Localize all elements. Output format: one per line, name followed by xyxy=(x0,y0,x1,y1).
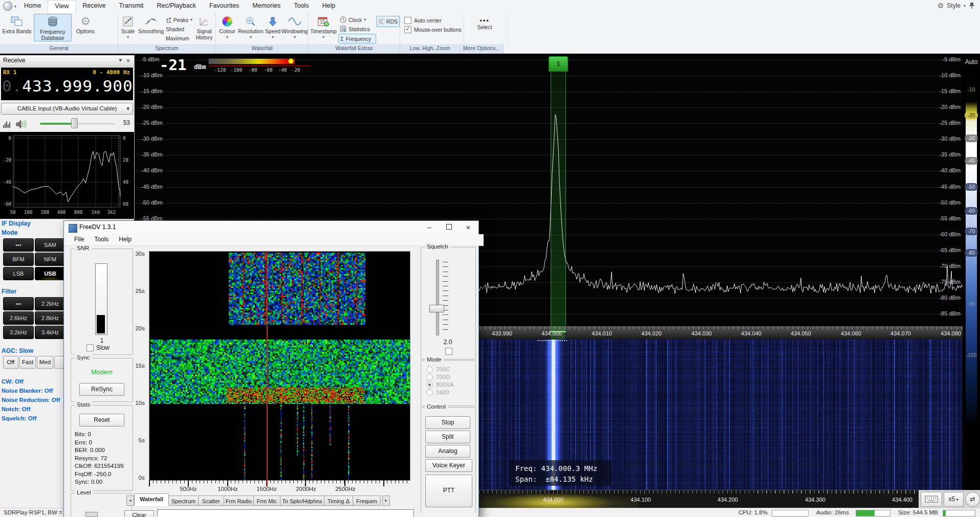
level-slider-handle[interactable] xyxy=(85,512,98,517)
palette-scale-marker[interactable]: -60 xyxy=(963,207,980,215)
statistics-button[interactable]: 9 Statistics xyxy=(338,25,376,33)
filter-button-2-8khz[interactable]: 2.8kHz xyxy=(35,311,66,325)
ribbon-tab-tools[interactable]: Tools xyxy=(287,0,315,13)
palette-scale-marker[interactable]: -90 xyxy=(963,300,980,308)
control-button-stop[interactable]: Stop xyxy=(425,416,470,429)
palette-scale-marker[interactable]: -80 xyxy=(963,249,980,257)
palette-gradient-bar[interactable] xyxy=(966,70,977,474)
mouse-over-buttons-checkbox[interactable]: Mouse-over buttons xyxy=(404,25,462,34)
control-button-voice-keyer[interactable]: Voice Keyer xyxy=(425,459,472,472)
mode-button-sam[interactable]: SAM xyxy=(35,238,66,252)
ribbon-tab-receive[interactable]: Receive xyxy=(76,0,112,13)
span-reset-button[interactable]: ⇄ xyxy=(965,492,980,507)
palette-scale-marker[interactable]: -10 xyxy=(963,86,980,94)
rds-toggle[interactable]: RDS xyxy=(376,16,400,27)
control-button-split[interactable]: Split xyxy=(425,431,470,443)
freedv-tab-spectrum[interactable]: Spectrum xyxy=(169,496,199,506)
collapse-icon[interactable]: ▾ xyxy=(119,57,122,63)
waterfall-frequency-axis[interactable]: 434.000434.100434.200434.300434.400 xyxy=(475,490,963,508)
colour-button[interactable]: Colour ▾ xyxy=(216,14,238,40)
frequency-readout[interactable]: 0.433.999.900 xyxy=(2,77,133,95)
auto-gain-button[interactable]: Auto xyxy=(964,57,978,66)
snr-slow-checkbox[interactable]: Slow xyxy=(86,344,110,351)
freedv-menu-file[interactable]: File xyxy=(69,234,89,245)
mode-radio-700c[interactable]: 700C xyxy=(426,366,450,373)
squelch-slider-rail[interactable] xyxy=(436,260,439,335)
palette-scale-marker[interactable]: -100 xyxy=(963,351,980,359)
palette-scale-marker[interactable]: -40 xyxy=(963,157,980,165)
if-display-header[interactable]: IF Display xyxy=(2,220,31,227)
mode-button-nfm[interactable]: NFM xyxy=(35,253,66,266)
maximum-button[interactable]: Maximum xyxy=(164,34,194,42)
resolution-button[interactable]: Resolution ▾ xyxy=(238,14,263,40)
tab-scroll-left[interactable]: ◂ xyxy=(126,496,134,506)
filter-passband-highlight[interactable] xyxy=(551,56,566,326)
freedv-titlebar[interactable]: FreeDV 1.3.1 – × xyxy=(64,221,478,235)
resync-button[interactable]: ReSync xyxy=(79,383,124,396)
squelch-slider-handle[interactable] xyxy=(429,305,444,312)
reset-button[interactable]: Reset xyxy=(79,414,124,426)
agc-button-fast[interactable]: Fast xyxy=(19,356,36,369)
palette-scale-marker[interactable]: -50 xyxy=(963,183,980,191)
ribbon-tab-home[interactable]: Home xyxy=(17,0,48,13)
zoom-level-button[interactable]: x5 ▸ xyxy=(944,492,964,507)
mode-button-[interactable]: ••• xyxy=(3,238,34,252)
vfo-marker-tab[interactable]: 1 xyxy=(549,56,568,72)
clear-button[interactable]: Clear xyxy=(124,510,154,517)
minimize-icon[interactable]: – xyxy=(420,221,439,234)
filter-header[interactable]: Filter xyxy=(2,288,16,295)
speed-button[interactable]: Speed ▾ xyxy=(263,14,282,40)
filter-button-2-6khz[interactable]: 2.6kHz xyxy=(3,311,34,325)
receive-panel-titlebar[interactable]: Receive ▾ × xyxy=(0,55,134,66)
mode-button-usb[interactable]: USB xyxy=(35,267,66,280)
ribbon-tab-rec-playback[interactable]: Rec/Playback xyxy=(150,0,203,13)
equalizer-icon[interactable] xyxy=(3,120,11,128)
mode-button-lsb[interactable]: LSB xyxy=(3,267,34,280)
waterfall-display[interactable]: Freq: 434.000.3 MHz Span: ±84.135 kHz xyxy=(475,339,963,490)
freedv-tab-frequen[interactable]: Frequen xyxy=(353,496,381,506)
spectrum-frequency-axis[interactable]: 433.990434.000434.010434.020434.030434.0… xyxy=(475,326,963,340)
ribbon-tab-memories[interactable]: Memories xyxy=(246,0,287,13)
control-button-analog[interactable]: Analog xyxy=(425,445,470,458)
ribbon-tab-favourites[interactable]: Favourites xyxy=(203,0,246,13)
ribbon-tab-transmit[interactable]: Transmit xyxy=(112,0,150,13)
freedv-tab-frm-radio[interactable]: Frm Radio xyxy=(224,496,254,506)
freedv-tab-to-spkr-hdphns[interactable]: To Spkr/Hdphns xyxy=(280,496,324,506)
ribbon-tab-view[interactable]: View xyxy=(48,0,76,13)
scale-button[interactable]: Scale ▾ xyxy=(118,14,138,40)
freedv-menu-tools[interactable]: Tools xyxy=(89,234,114,245)
close-icon[interactable]: × xyxy=(459,221,478,234)
palette-scale-marker[interactable]: -30 xyxy=(963,134,980,142)
mode-radio-700d[interactable]: 700D xyxy=(426,373,450,380)
freedv-tab-frm-mic[interactable]: Frm Mic xyxy=(254,496,280,506)
mode-button-bfm[interactable]: BFM xyxy=(3,253,34,266)
smoothing-button[interactable]: Smoothing xyxy=(138,14,164,34)
freedv-menu-help[interactable]: Help xyxy=(114,234,137,245)
agc-header[interactable]: AGC: Slow xyxy=(2,347,33,354)
mode-radio-800xa[interactable]: 800XA xyxy=(426,381,454,388)
shaded-button[interactable]: Shaded xyxy=(164,25,194,33)
auto-center-checkbox[interactable]: Auto center xyxy=(404,16,442,25)
select-button[interactable]: ••• Select xyxy=(464,14,505,30)
extra-bands-button[interactable]: Extra Bands xyxy=(0,14,34,34)
filter-button-[interactable]: ••• xyxy=(3,297,34,310)
frequency-toggle[interactable]: Σ Frequency xyxy=(338,34,376,43)
timestamp-button[interactable]: 15 Timestamp ▾ xyxy=(309,14,338,40)
mode-header[interactable]: Mode xyxy=(2,229,17,236)
palette-marker-dot[interactable] xyxy=(288,58,294,64)
frequency-database-button[interactable]: Frequency Database xyxy=(34,14,72,41)
peaks-button[interactable]: Peaks ▾ xyxy=(164,15,194,24)
freedv-waterfall-plot[interactable] xyxy=(149,251,410,481)
frequency-lcd[interactable]: RX 1 0 - 4000 Hz 0.433.999.900 xyxy=(1,68,133,100)
style-menu[interactable]: Style xyxy=(947,2,961,9)
ptt-button[interactable]: PTT xyxy=(425,475,472,507)
filter-button-3-2khz[interactable]: 3.2kHz xyxy=(3,326,34,339)
filter-button-3-4khz[interactable]: 3.4kHz xyxy=(35,326,66,339)
volume-slider-handle[interactable] xyxy=(71,118,78,128)
options-button[interactable]: ⚙ Options xyxy=(72,14,99,34)
pin-icon[interactable] xyxy=(969,2,975,9)
palette-scale-marker[interactable]: -70 xyxy=(963,228,980,235)
palette-scale-marker[interactable]: -20 xyxy=(963,111,980,119)
squelch-checkbox[interactable] xyxy=(445,348,452,355)
clock-button[interactable]: Clock ▾ xyxy=(338,15,376,24)
